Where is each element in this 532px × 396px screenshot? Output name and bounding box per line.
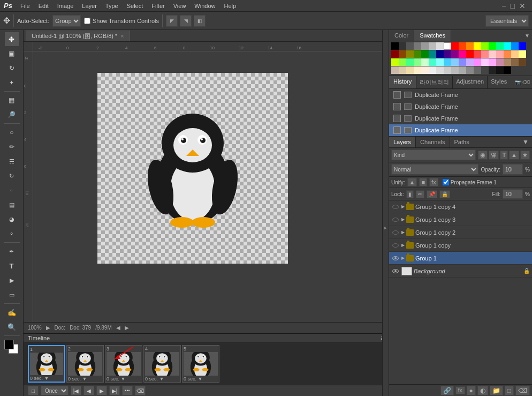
propagate-checkbox[interactable] — [443, 179, 449, 185]
filter-shape-icon[interactable]: ▲ — [509, 151, 519, 160]
lock-pixels-icon[interactable]: ▮ — [406, 190, 414, 198]
tool-quick-select[interactable]: ✦ — [5, 76, 19, 89]
swatch[interactable] — [511, 50, 519, 58]
tab-library[interactable]: 라이브러리 — [416, 76, 453, 88]
swatch[interactable] — [444, 58, 451, 66]
swatch[interactable] — [451, 50, 459, 58]
layer-visibility[interactable] — [391, 203, 400, 211]
layer-visibility[interactable] — [391, 228, 400, 237]
swatch[interactable] — [459, 58, 466, 66]
history-new-snapshot-icon[interactable]: 📷 — [515, 79, 521, 85]
swatch[interactable] — [406, 50, 414, 58]
align-btn-3[interactable]: ◧ — [194, 15, 206, 27]
swatch[interactable] — [429, 42, 436, 50]
loop-dropdown[interactable]: Once — [41, 386, 69, 395]
tab-adjustments[interactable]: Adjustmen — [453, 76, 488, 88]
align-btn-1[interactable]: ◤ — [166, 15, 178, 27]
swatch[interactable] — [421, 42, 429, 50]
frame-1[interactable]: 1 — [28, 345, 65, 383]
unify-fx-icon[interactable]: fx — [429, 178, 438, 186]
tool-path-select[interactable]: ▶ — [5, 273, 19, 287]
tool-hand[interactable]: ✍ — [5, 305, 19, 319]
frame-5[interactable]: 5 — [182, 345, 219, 383]
play-btn[interactable]: ▶ — [96, 386, 107, 395]
tool-move[interactable]: ✥ — [5, 32, 19, 46]
swatch[interactable] — [421, 50, 429, 58]
menu-image[interactable]: Image — [53, 2, 78, 10]
menu-file[interactable]: File — [16, 2, 34, 10]
workspace-dropdown[interactable]: Essentials — [485, 15, 529, 27]
menu-type[interactable]: Type — [101, 2, 123, 10]
swatch[interactable] — [399, 58, 406, 66]
add-mask-icon[interactable]: ● — [467, 386, 476, 395]
swatch[interactable] — [391, 42, 399, 50]
swatch[interactable] — [504, 66, 511, 74]
swatch[interactable] — [459, 50, 466, 58]
swatch[interactable] — [406, 42, 414, 50]
layer-item-group1copy4[interactable]: ▶ Group 1 copy 4 — [389, 200, 532, 213]
swatch[interactable] — [496, 50, 504, 58]
swatch[interactable] — [414, 42, 421, 50]
history-delete-icon[interactable]: ⌫ — [522, 79, 530, 85]
first-frame-btn[interactable]: |◀ — [71, 386, 81, 395]
swatch[interactable] — [474, 58, 481, 66]
new-frame-btn[interactable]: □ — [28, 386, 39, 395]
swatch[interactable] — [489, 42, 496, 50]
tool-pen[interactable]: ✒ — [5, 244, 19, 258]
next-frame-btn[interactable]: ▶| — [109, 386, 120, 395]
tool-brush[interactable]: ✏ — [5, 140, 19, 154]
swatch[interactable] — [489, 66, 496, 74]
tab-history[interactable]: History — [389, 76, 416, 88]
swatch[interactable] — [466, 50, 474, 58]
doc-arrow-right[interactable]: ▶ — [125, 325, 129, 331]
expand-arrow-icon[interactable]: ▶ — [401, 230, 405, 235]
document-tab[interactable]: Untitled-1 @ 100% (图, RGB/8) * × — [26, 31, 130, 41]
swatch[interactable] — [436, 50, 444, 58]
swatch[interactable] — [466, 66, 474, 74]
swatch[interactable] — [451, 66, 459, 74]
auto-select-dropdown[interactable]: Group Layer — [52, 15, 81, 27]
swatch[interactable] — [466, 42, 474, 50]
swatch[interactable] — [481, 66, 489, 74]
layer-kind-filter[interactable]: Kind — [391, 150, 476, 160]
new-layer-icon[interactable]: □ — [505, 386, 514, 395]
swatch[interactable] — [414, 66, 421, 74]
layer-item-group1copy3[interactable]: ▶ Group 1 copy 3 — [389, 213, 532, 226]
filter-adjust-icon[interactable]: ⚢ — [489, 151, 499, 160]
fill-input[interactable] — [503, 189, 523, 199]
delete-layer-icon[interactable]: ⌫ — [515, 386, 530, 395]
tool-dodge[interactable]: ⚬ — [5, 227, 19, 241]
history-item-4[interactable]: Duplicate Frame — [389, 124, 532, 136]
swatch[interactable] — [399, 66, 406, 74]
menu-layer[interactable]: Layer — [78, 2, 101, 10]
menu-filter[interactable]: Filter — [147, 2, 169, 10]
swatch[interactable] — [429, 58, 436, 66]
swatch[interactable] — [429, 66, 436, 74]
canvas-viewport[interactable] — [33, 51, 389, 322]
tool-clone[interactable]: ☴ — [5, 154, 19, 168]
menu-select[interactable]: Select — [123, 2, 148, 10]
unify-style-icon[interactable]: ■ — [419, 178, 427, 186]
swatch[interactable] — [474, 50, 481, 58]
zoom-in-icon[interactable]: ▶ — [46, 325, 50, 331]
swatch[interactable] — [496, 66, 504, 74]
delete-frame-btn[interactable]: ⌫ — [135, 386, 146, 395]
swatch[interactable] — [481, 42, 489, 50]
filter-smart-icon[interactable]: ★ — [520, 151, 530, 160]
swatch[interactable] — [489, 50, 496, 58]
history-item-3[interactable]: Duplicate Frame — [389, 113, 532, 124]
layer-visibility[interactable] — [391, 267, 400, 275]
swatch[interactable] — [421, 66, 429, 74]
add-fx-icon[interactable]: fx — [455, 386, 465, 394]
layer-item-background[interactable]: Background 🔒 — [389, 265, 532, 278]
tool-eyedropper[interactable]: 🔎 — [5, 108, 19, 122]
swatch[interactable] — [436, 66, 444, 74]
swatch[interactable] — [504, 58, 511, 66]
layer-visibility[interactable] — [391, 241, 400, 250]
swatch[interactable] — [451, 42, 459, 50]
frame-2[interactable]: 2 — [66, 345, 104, 383]
show-transform-checkbox[interactable] — [84, 18, 90, 24]
swatch[interactable] — [444, 50, 451, 58]
layer-visibility[interactable] — [391, 215, 400, 224]
swatch[interactable] — [474, 42, 481, 50]
